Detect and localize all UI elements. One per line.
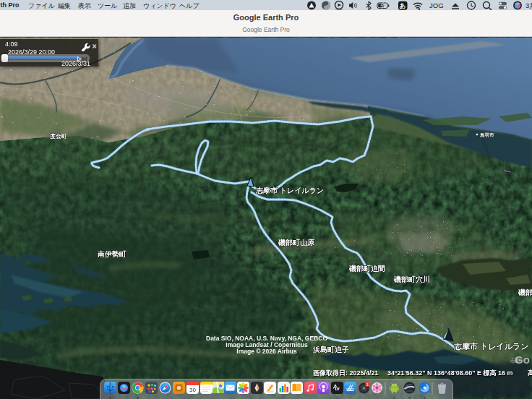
svg-text:志摩市 トレイルラン: 志摩市 トレイルラン (255, 186, 324, 194)
svg-text:3月: 3月 (525, 1, 532, 9)
svg-text:鳥羽市: 鳥羽市 (479, 132, 494, 138)
svg-text:Go: Go (515, 353, 530, 366)
svg-text:磯部町迫間: 磯部町迫間 (348, 265, 385, 273)
svg-text:あ: あ (400, 2, 406, 9)
svg-text:画像取得日: 2025/4/21: 画像取得日: 2025/4/21 (313, 369, 379, 377)
svg-text:度会町: 度会町 (49, 132, 67, 140)
svg-text:高: 高 (528, 369, 532, 377)
svg-text:南伊勢町: 南伊勢町 (98, 250, 126, 258)
svg-text:磯部町山原: 磯部町山原 (278, 239, 315, 246)
svg-text:Image © 2026 Airbus: Image © 2026 Airbus (236, 348, 297, 355)
svg-text:志摩市 トレイルラン: 志摩市 トレイルラン (453, 342, 529, 351)
svg-text:1: 1 (366, 382, 369, 387)
svg-text:34°21'56.32" N 136°48'08.60": 34°21'56.32" N 136°48'08.60" E 標高 16 m (387, 369, 513, 377)
svg-text:浜島町迫子: 浜島町迫子 (312, 346, 349, 353)
svg-text:磯部: 磯部 (518, 288, 532, 296)
svg-text:JOG: JOG (429, 1, 444, 9)
svg-text:30: 30 (189, 387, 196, 393)
svg-text:磯部町穴川: 磯部町穴川 (393, 275, 430, 283)
svg-text:tv: tv (335, 386, 339, 391)
